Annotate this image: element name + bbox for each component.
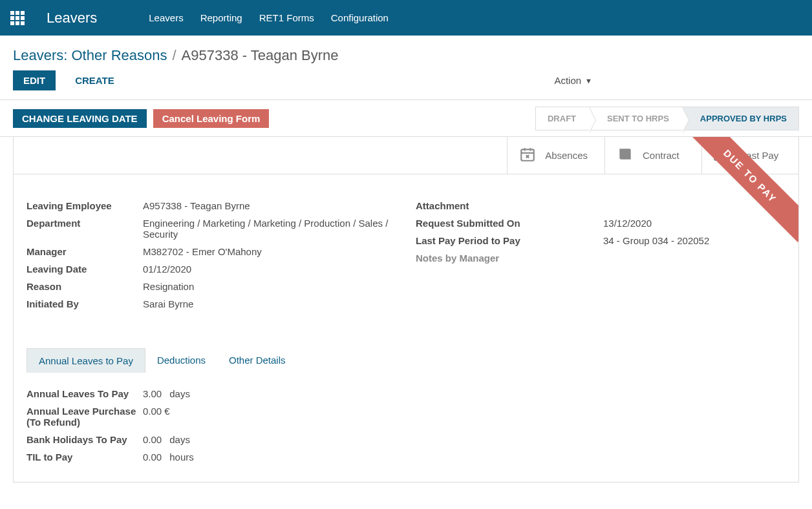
tab-deductions[interactable]: Deductions [145,348,217,373]
label-attachment: Attachment [416,200,532,211]
label-manager: Manager [27,246,143,257]
svg-rect-6 [714,149,731,160]
create-button[interactable]: CREATE [65,70,125,90]
stat-absences-label: Absences [545,150,588,161]
label-initiated-by: Initiated By [27,298,143,309]
label-request-submitted: Request Submitted On [416,218,603,229]
cancel-leaving-form-button[interactable]: Cancel Leaving Form [153,109,270,128]
svg-point-7 [720,152,725,157]
breadcrumb-sep: / [172,47,176,64]
value-manager: M382702 - Emer O'Mahony [143,246,396,257]
app-title: Leavers [47,10,97,26]
value-annual-leaves-to-pay: 3.00 [143,388,162,399]
value-department: Engineering / Marketing / Marketing / Pr… [143,218,396,240]
details-left: Leaving Employee A957338 - Teagan Byrne … [27,200,396,316]
label-department: Department [27,218,143,229]
action-dropdown[interactable]: Action ▼ [554,75,592,86]
status-stages: DRAFT SENT TO HRPS APPROVED BY HRPS [535,105,799,131]
label-reason: Reason [27,281,143,292]
tab-other-details[interactable]: Other Details [217,348,297,373]
value-leaving-employee: A957338 - Teagan Byrne [143,200,396,211]
stage-draft[interactable]: DRAFT [535,107,589,130]
stat-contract[interactable]: Contract [604,137,701,174]
unit-bank-holidays-to-pay: days [169,434,190,445]
nav-leavers[interactable]: Leavers [149,12,183,23]
label-notes-by-manager: Notes by Manager [416,253,603,264]
unit-til-to-pay: hours [169,452,194,462]
breadcrumb-root[interactable]: Leavers: Other Reasons [13,47,167,64]
tab-body-annual-leaves: Annual Leaves To Pay 3.00 days Annual Le… [14,373,798,482]
tab-annual-leaves-to-pay[interactable]: Annual Leaves to Pay [27,348,145,373]
calendar-x-icon [519,146,536,165]
value-al-purchase-refund: 0.00 € [143,406,785,417]
edit-button[interactable]: EDIT [13,70,56,90]
value-reason: Resignation [143,281,396,292]
breadcrumb: Leavers: Other Reasons / A957338 - Teaga… [0,36,812,67]
label-last-pay-period: Last Pay Period to Pay [416,235,603,246]
caret-down-icon: ▼ [585,77,592,85]
money-icon [714,148,732,163]
value-last-pay-period: 34 - Group 034 - 202052 [603,235,785,246]
value-til-to-pay: 0.00 [143,452,162,462]
nav-reporting[interactable]: Reporting [200,12,242,23]
svg-rect-0 [521,149,534,160]
stat-last-pay-label: Last Pay [741,150,778,161]
stat-contract-label: Contract [643,150,679,161]
book-icon [617,146,634,165]
breadcrumb-current: A957338 - Teagan Byrne [182,47,339,64]
label-bank-holidays-to-pay: Bank Holidays To Pay [27,434,143,445]
action-dropdown-label: Action [554,75,581,86]
stat-last-pay[interactable]: Last Pay [701,137,798,174]
nav-ret1-forms[interactable]: RET1 Forms [259,12,314,23]
label-annual-leaves-to-pay: Annual Leaves To Pay [27,388,143,399]
stage-sent-to-hrps[interactable]: SENT TO HRPS [589,107,682,130]
apps-menu-icon[interactable] [10,11,25,25]
label-leaving-date: Leaving Date [27,264,143,275]
unit-annual-leaves-to-pay: days [169,388,190,399]
nav-configuration[interactable]: Configuration [331,12,389,23]
value-bank-holidays-to-pay: 0.00 [143,434,162,445]
label-leaving-employee: Leaving Employee [27,200,143,211]
label-al-purchase-refund: Annual Leave Purchase (To Refund) [27,406,143,428]
details-right: Attachment Request Submitted On 13/12/20… [416,200,785,316]
label-til-to-pay: TIL to Pay [27,452,143,462]
stat-absences[interactable]: Absences [507,137,604,174]
value-leaving-date: 01/12/2020 [143,264,396,275]
value-initiated-by: Sarai Byrne [143,298,396,309]
stage-approved-by-hrps[interactable]: APPROVED BY HRPS [682,107,799,130]
change-leaving-date-button[interactable]: CHANGE LEAVING DATE [13,109,147,128]
value-request-submitted: 13/12/2020 [603,218,785,229]
